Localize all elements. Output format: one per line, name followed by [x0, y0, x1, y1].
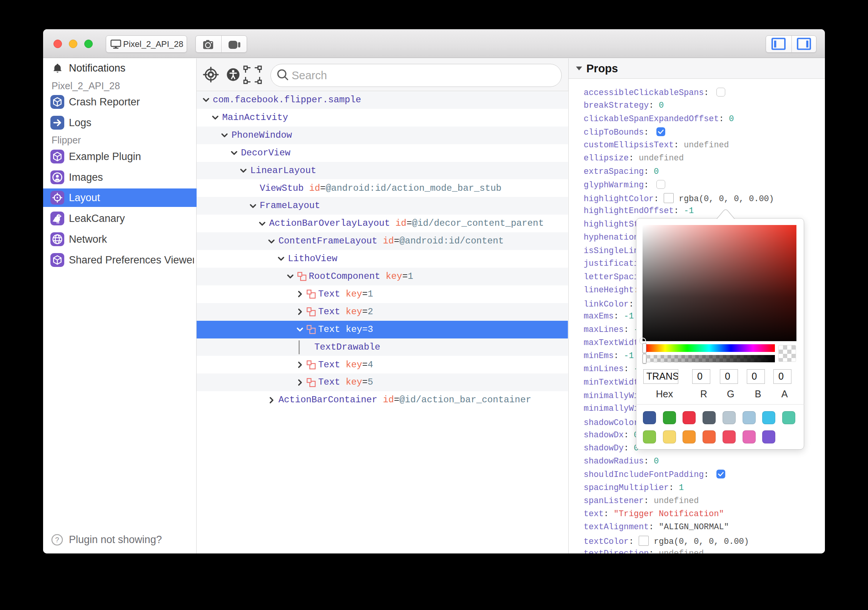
svg-text:?: ?: [55, 536, 59, 544]
